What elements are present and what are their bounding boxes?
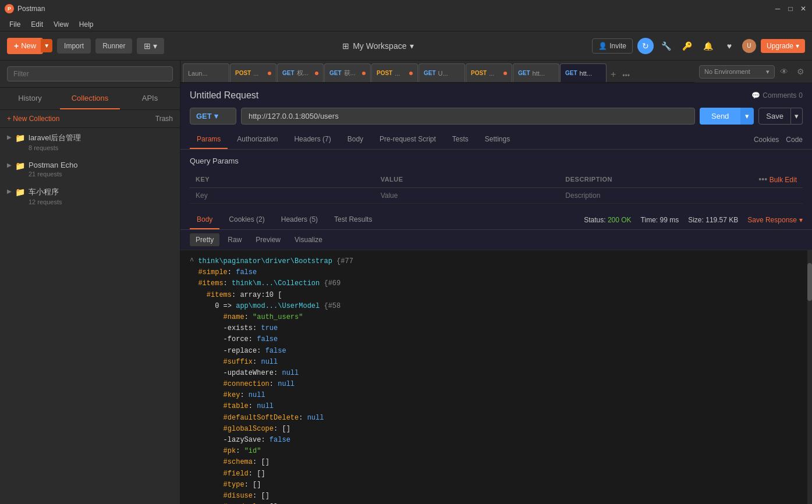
maximize-button[interactable]: □ [786, 5, 795, 13]
wrench-button[interactable]: 🔧 [658, 38, 675, 54]
new-button-label: New [21, 41, 36, 50]
code-link[interactable]: Code [786, 136, 803, 144]
response-tabs: Body Cookies (2) Headers (5) Test Result… [190, 211, 379, 229]
request-tabs-right: Cookies Code [754, 136, 803, 144]
close-button[interactable]: ✕ [799, 5, 807, 13]
collection-item[interactable]: ▶ 📁 车小程序 12 requests [0, 182, 180, 210]
bulk-edit-button[interactable]: Bulk Edit [770, 176, 797, 184]
new-dropdown-button[interactable]: ▼ [41, 39, 52, 52]
menu-edit[interactable]: Edit [26, 19, 48, 30]
tab-method-label: GET [424, 70, 436, 76]
menu-view[interactable]: View [49, 19, 73, 30]
tab-apis[interactable]: APIs [120, 88, 180, 109]
menu-help[interactable]: Help [75, 19, 98, 30]
tab-post-1[interactable]: POST ... [230, 63, 276, 82]
tab-get-quan[interactable]: GET 权... [277, 63, 324, 82]
proxy-button[interactable]: ⊞ ▾ [137, 38, 164, 54]
new-collection-button[interactable]: + New Collection [7, 115, 59, 123]
tab-name-label: 权... [297, 69, 313, 77]
request-area: Untitled Request 💬 Comments 0 GET ▾ Send… [180, 83, 812, 125]
params-more-button[interactable]: ••• [758, 175, 767, 184]
env-chevron-icon: ▾ [766, 68, 770, 76]
view-tab-raw[interactable]: Raw [222, 233, 247, 246]
req-tab-tests[interactable]: Tests [445, 130, 476, 149]
tab-get-huo[interactable]: GET 获... [324, 63, 371, 82]
resp-tab-testresults[interactable]: Test Results [327, 211, 379, 229]
collection-name: laravel后台管理 [29, 133, 173, 143]
response-body[interactable]: ^ think\paginator\driver\Bootstrap {#77 … [180, 250, 812, 504]
description-input[interactable] [565, 191, 739, 200]
tab-history[interactable]: History [0, 88, 60, 109]
tab-post-2[interactable]: POST ... [371, 63, 418, 82]
sync-button[interactable]: ↻ [637, 38, 654, 54]
key-button[interactable]: 🔑 [679, 38, 696, 54]
value-input[interactable] [381, 191, 554, 200]
env-settings-button[interactable]: ⚙ [793, 65, 807, 79]
sidebar-tabs: History Collections APIs [0, 88, 180, 110]
runner-button[interactable]: Runner [95, 38, 132, 54]
send-dropdown-button[interactable]: ▾ [740, 108, 754, 125]
save-button[interactable]: Save [758, 108, 791, 125]
minimize-button[interactable]: ─ [774, 5, 782, 13]
heart-button[interactable]: ♥ [721, 38, 737, 54]
app-title: Postman [17, 5, 45, 13]
tab-collections[interactable]: Collections [60, 88, 120, 109]
resp-tab-headers[interactable]: Headers (5) [274, 211, 325, 229]
time-value: 99 ms [660, 216, 679, 224]
status-label: Status: 200 OK [584, 216, 631, 224]
invite-button[interactable]: 👤 Invite [592, 38, 633, 54]
comments-label: Comments [763, 91, 796, 100]
upgrade-button[interactable]: Upgrade ▾ [761, 39, 805, 53]
params-section: Query Params KEY VALUE DESCRIPTION ••• B… [180, 150, 812, 211]
resp-tab-body[interactable]: Body [190, 211, 219, 229]
req-tab-authorization[interactable]: Authorization [230, 130, 285, 149]
collection-arrow-icon: ▶ [7, 162, 12, 168]
url-input[interactable] [241, 108, 695, 125]
tab-name-label: U... [438, 70, 460, 77]
search-input[interactable] [7, 66, 173, 81]
trash-button[interactable]: Trash [155, 115, 173, 123]
tab-launcher[interactable]: Laun... [183, 63, 229, 82]
req-tab-prerequest[interactable]: Pre-request Script [373, 130, 443, 149]
sidebar: History Collections APIs + New Collectio… [0, 61, 180, 504]
view-tab-preview[interactable]: Preview [250, 233, 286, 246]
view-tab-pretty[interactable]: Pretty [190, 233, 219, 246]
avatar[interactable]: U [742, 39, 756, 53]
save-response-button[interactable]: Save Response ▾ [747, 216, 803, 224]
workspace-button[interactable]: ⊞ My Workspace ▾ [342, 41, 414, 51]
bell-button[interactable]: 🔔 [700, 38, 717, 54]
save-response-label: Save Response [747, 216, 797, 224]
send-button[interactable]: Send [700, 108, 740, 125]
new-button[interactable]: + New [7, 38, 43, 54]
add-tab-button[interactable]: + [607, 69, 619, 80]
req-tab-params[interactable]: Params [190, 130, 228, 149]
collection-item[interactable]: ▶ 📁 Postman Echo 21 requests [0, 156, 180, 182]
comments-button[interactable]: 💬 Comments 0 [751, 91, 803, 100]
environment-select[interactable]: No Environment ▾ [699, 65, 775, 79]
tab-get-http1[interactable]: GET htt... [513, 63, 559, 82]
import-button[interactable]: Import [57, 38, 91, 54]
cookies-link[interactable]: Cookies [754, 136, 779, 144]
menu-file[interactable]: File [5, 19, 25, 30]
env-eye-button[interactable]: 👁 [777, 65, 791, 79]
tab-get-http2[interactable]: GET htt... [560, 63, 607, 82]
tab-method-label: POST [235, 70, 251, 76]
title-bar: P Postman ─ □ ✕ [0, 0, 812, 17]
resp-tab-cookies[interactable]: Cookies (2) [222, 211, 271, 229]
tab-post-3[interactable]: POST ... [466, 63, 512, 82]
req-tab-body[interactable]: Body [341, 130, 370, 149]
request-url-bar: GET ▾ Send ▾ Save ▾ [190, 108, 803, 125]
tab-get-u[interactable]: GET U... [419, 63, 465, 82]
more-tabs-button[interactable]: ••• [620, 72, 632, 80]
view-tab-visualize[interactable]: Visualize [289, 233, 328, 246]
collection-list: ▶ 📁 laravel后台管理 8 requests ▶ 📁 Postman E… [0, 128, 180, 504]
key-input[interactable] [196, 191, 369, 200]
req-tab-headers[interactable]: Headers (7) [287, 130, 338, 149]
req-tab-settings[interactable]: Settings [478, 130, 517, 149]
method-select[interactable]: GET ▾ [190, 108, 236, 125]
save-dropdown-button[interactable]: ▾ [791, 108, 803, 125]
collection-item[interactable]: ▶ 📁 laravel后台管理 8 requests [0, 128, 180, 156]
tab-name-label: ... [489, 70, 501, 77]
params-row [190, 188, 803, 204]
tab-modified-dot [362, 72, 366, 75]
